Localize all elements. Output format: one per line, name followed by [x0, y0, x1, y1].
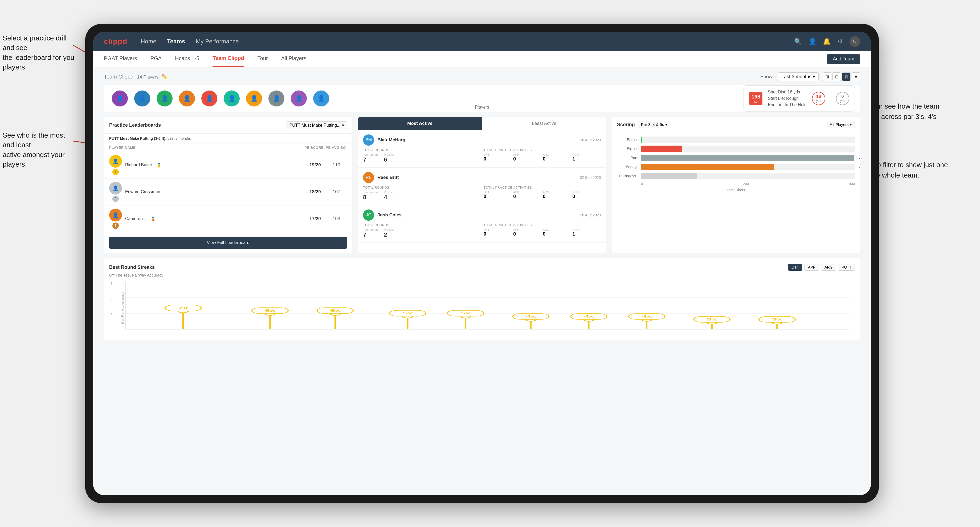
tablet-screen: clippd Home Teams My Performance 🔍 👤 🔔 ⚙…	[93, 32, 871, 495]
user-avatar[interactable]: U	[850, 36, 860, 47]
player-avatar-9[interactable]: 👤	[291, 90, 307, 106]
activity-avatar-2: RB	[363, 172, 374, 183]
nav-teams[interactable]: Teams	[167, 38, 185, 45]
nav-my-performance[interactable]: My Performance	[196, 38, 239, 45]
streaks-card: Best Round Streaks OTT APP ARG PUTT Off …	[104, 259, 860, 340]
view-icons: ⊞ ⊟ ⊠ ≡	[823, 72, 860, 81]
practice-value-2: 4	[384, 194, 395, 201]
view-full-leaderboard-button[interactable]: View Full Leaderboard	[109, 237, 347, 249]
users-icon[interactable]: 👤	[808, 38, 816, 45]
least-active-tab[interactable]: Least Active	[482, 117, 606, 130]
scoring-bar-bogeys: Bogeys 311	[617, 163, 855, 170]
most-active-tab[interactable]: Most Active	[358, 117, 482, 130]
view-card-icon[interactable]: ⊠	[842, 72, 851, 81]
view-list-icon[interactable]: ⊟	[832, 72, 841, 81]
leaderboard-subtitle-text: PUTT Must Make Putting (3-6 ft),	[109, 136, 167, 141]
streaks-chart: 7x 6x 6x	[125, 282, 850, 335]
subnav-hcaps[interactable]: Hcaps 1-5	[175, 51, 199, 67]
shot-info: Shot Dist: 16 yds Start Lie: Rough End L…	[768, 89, 807, 108]
streaks-filter-ott[interactable]: OTT	[788, 264, 802, 271]
activity-player-1: BM Blair McHarg 26 Aug 2023 Total Rounds…	[358, 130, 606, 168]
player-avatar-5[interactable]: 👤	[201, 90, 217, 106]
show-period-value: Last 3 months	[781, 74, 811, 79]
player-avatar-4[interactable]: 👤	[179, 90, 195, 106]
streaks-filter-app[interactable]: APP	[805, 264, 819, 271]
y-axis-mid: 6	[110, 296, 112, 300]
scoring-x-axis: 0 200 400	[617, 182, 855, 186]
bell-icon[interactable]: 🔔	[823, 38, 831, 45]
leaderboard-header-row: PLAYER NAME PB SCORE PB AVG SQ	[104, 143, 352, 152]
putt-value-2: 0	[572, 194, 601, 199]
three-col-section: Practice Leaderboards PUTT Must Make Put…	[104, 117, 860, 253]
arg-label-2: ARG	[543, 190, 571, 194]
scoring-title: Scoring	[617, 122, 635, 127]
streaks-chart-svg: 7x 6x 6x	[125, 282, 850, 330]
practice-grid-1: OTT 0 APP 0 ARG 0	[484, 153, 601, 162]
ott-label-3: OTT	[484, 228, 512, 231]
streaks-filter-row: OTT APP ARG PUTT	[788, 264, 855, 271]
app-value-1: 0	[513, 156, 542, 162]
streaks-subtitle: Off The Tee, Fairway Accuracy	[109, 273, 855, 277]
subnav-pga[interactable]: PGA	[151, 51, 162, 67]
leaderboard-card: Practice Leaderboards PUTT Must Make Put…	[104, 117, 352, 253]
player-avatar-3[interactable]: 👤	[157, 90, 173, 106]
y-axis-top: 8	[110, 282, 112, 286]
practice-activities-label-1: Total Practice Activities	[484, 148, 601, 152]
player-avatar-6[interactable]: 👤	[224, 90, 240, 106]
streaks-filter-arg[interactable]: ARG	[821, 264, 836, 271]
show-period-select[interactable]: Last 3 months ▾	[778, 72, 819, 81]
chevron-down-icon: ▾	[342, 123, 344, 128]
activity-avatar-3: JC	[363, 210, 374, 221]
search-icon[interactable]: 🔍	[794, 38, 802, 45]
navbar-logo: clippd	[104, 37, 127, 46]
add-team-button[interactable]: Add Team	[827, 54, 860, 64]
player-avatar-10[interactable]: 👤	[313, 90, 329, 106]
activity-name-1: Blair McHarg	[377, 137, 405, 143]
lb-avg-2: 107	[326, 189, 347, 195]
show-label: Show:	[760, 74, 773, 79]
tournament-label-3: Tournament	[363, 228, 379, 231]
svg-text:4x: 4x	[584, 314, 594, 318]
lb-player-2: 👤 2 Edward Crossman	[109, 182, 304, 202]
activity-stats-3: Total Rounds Tournament7 Practice2 Total…	[363, 223, 601, 238]
x-axis-0: 0	[641, 182, 643, 186]
activity-name-3: Josh Coles	[377, 213, 402, 218]
practice-grid-2: OTT0 APP0 ARG0 PUTT0	[484, 190, 601, 199]
rounds-label-3: Total Rounds	[363, 223, 480, 227]
player-avatar-2[interactable]: 👤	[134, 90, 150, 106]
lb-badge-3: 3	[112, 222, 119, 229]
scoring-card: Scoring Par 3, 4 & 5s ▾ All Players ▾	[612, 117, 860, 253]
bogeys-bar: 311	[641, 163, 855, 170]
practice-activities-1: Total Practice Activities OTT 0 APP 0	[484, 148, 601, 163]
view-grid-icon[interactable]: ⊞	[823, 72, 831, 81]
lb-col-player: PLAYER NAME	[109, 146, 304, 149]
settings-icon[interactable]: ⚙	[837, 38, 843, 45]
ott-label-2: OTT	[484, 190, 512, 194]
dbogeys-fill	[641, 173, 697, 179]
activity-player-2-header: RB Rees Britt 02 Sep 2023	[363, 172, 601, 183]
lb-name-3: Cameron...	[125, 216, 146, 221]
scoring-bar-birdies: Birdies 96	[617, 146, 855, 152]
streaks-filter-putt[interactable]: PUTT	[838, 264, 855, 271]
app-value-3: 0	[513, 231, 542, 237]
par-filter-select[interactable]: Par 3, 4 & 5s ▾	[638, 121, 670, 128]
total-rounds-3: Total Rounds Tournament7 Practice2	[363, 223, 480, 238]
putt-label-1: PUTT	[572, 153, 601, 156]
subnav-all-players[interactable]: All Players	[281, 51, 306, 67]
subnav-pgat[interactable]: PGAT Players	[104, 51, 137, 67]
activity-player-1-header: BM Blair McHarg 26 Aug 2023	[363, 135, 601, 146]
subnav-tour[interactable]: Tour	[258, 51, 268, 67]
player-avatar-7[interactable]: 👤	[246, 90, 262, 106]
subnav-team-clippd[interactable]: Team Clippd	[213, 51, 244, 67]
player-avatar-8[interactable]: 👤	[269, 90, 285, 106]
pars-fill	[641, 155, 854, 161]
svg-text:4x: 4x	[526, 314, 536, 318]
player-filter-select[interactable]: All Players ▾	[827, 121, 855, 128]
drill-select[interactable]: PUTT Must Make Putting... ▾	[286, 121, 347, 129]
players-row: 👤 👤 👤 👤 👤 👤 👤 👤 👤 👤 Players 198 sc	[104, 85, 860, 112]
player-avatar-1[interactable]: 👤	[112, 90, 128, 106]
view-table-icon[interactable]: ≡	[852, 72, 860, 81]
nav-home[interactable]: Home	[141, 38, 156, 45]
edit-icon[interactable]: ✏️	[162, 74, 167, 79]
arg-value-3: 0	[543, 231, 571, 237]
